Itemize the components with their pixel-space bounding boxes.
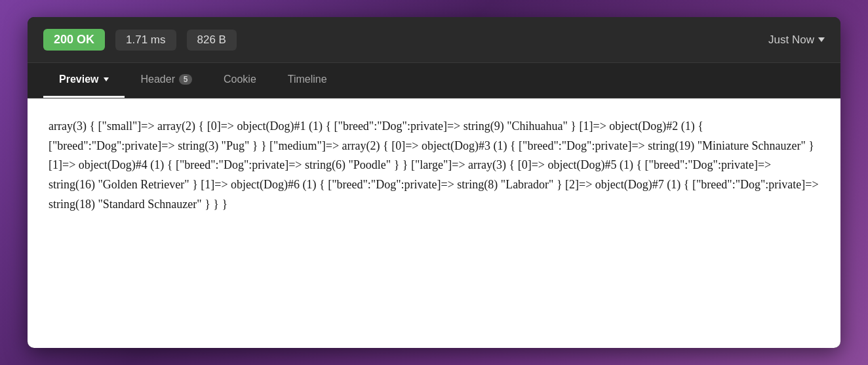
tab-timeline-label: Timeline [288, 74, 327, 85]
response-text: array(3) { ["small"]=> array(2) { [0]=> … [49, 117, 819, 214]
tab-header-badge: 5 [179, 74, 192, 85]
timestamp[interactable]: Just Now [768, 33, 825, 47]
top-bar: 200 OK 1.71 ms 826 B Just Now [28, 17, 840, 63]
tab-preview-chevron-icon [104, 77, 109, 81]
tab-header[interactable]: Header 5 [125, 63, 207, 98]
tab-preview[interactable]: Preview [43, 63, 125, 98]
timestamp-label: Just Now [768, 33, 814, 47]
tab-header-label: Header [140, 74, 174, 85]
time-badge: 1.71 ms [115, 30, 176, 51]
tab-cookie[interactable]: Cookie [208, 63, 272, 98]
response-panel: 200 OK 1.71 ms 826 B Just Now Preview He… [28, 17, 840, 348]
status-badge: 200 OK [43, 29, 105, 51]
timestamp-chevron-icon [818, 37, 825, 42]
tab-cookie-label: Cookie [224, 74, 256, 85]
content-area: array(3) { ["small"]=> array(2) { [0]=> … [28, 98, 840, 348]
tab-preview-label: Preview [59, 74, 98, 85]
tab-timeline[interactable]: Timeline [272, 63, 343, 98]
size-badge: 826 B [187, 30, 237, 51]
tabs-bar: Preview Header 5 Cookie Timeline [28, 63, 840, 98]
